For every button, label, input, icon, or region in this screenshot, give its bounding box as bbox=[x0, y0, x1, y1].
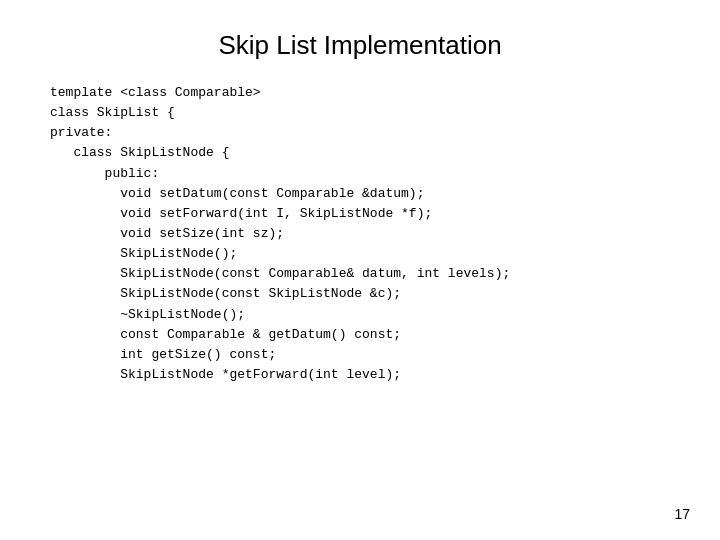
code-line-12: ~SkipListNode(); bbox=[50, 307, 245, 322]
code-line-6: void setDatum(const Comparable &datum); bbox=[50, 186, 424, 201]
code-line-10: SkipListNode(const Comparable& datum, in… bbox=[50, 266, 510, 281]
code-line-7: void setForward(int I, SkipListNode *f); bbox=[50, 206, 432, 221]
code-line-3: private: bbox=[50, 125, 112, 140]
code-line-5: public: bbox=[50, 166, 159, 181]
code-line-1: template <class Comparable> bbox=[50, 85, 261, 100]
page-number: 17 bbox=[674, 506, 690, 522]
code-line-4: class SkipListNode { bbox=[50, 145, 229, 160]
slide-title: Skip List Implementation bbox=[50, 30, 670, 61]
code-block: template <class Comparable> class SkipLi… bbox=[50, 83, 670, 385]
code-line-2: class SkipList { bbox=[50, 105, 175, 120]
code-line-11: SkipListNode(const SkipListNode &c); bbox=[50, 286, 401, 301]
code-line-15: SkipListNode *getForward(int level); bbox=[50, 367, 401, 382]
slide-container: Skip List Implementation template <class… bbox=[0, 0, 720, 540]
code-line-9: SkipListNode(); bbox=[50, 246, 237, 261]
code-line-14: int getSize() const; bbox=[50, 347, 276, 362]
code-line-8: void setSize(int sz); bbox=[50, 226, 284, 241]
code-line-13: const Comparable & getDatum() const; bbox=[50, 327, 401, 342]
